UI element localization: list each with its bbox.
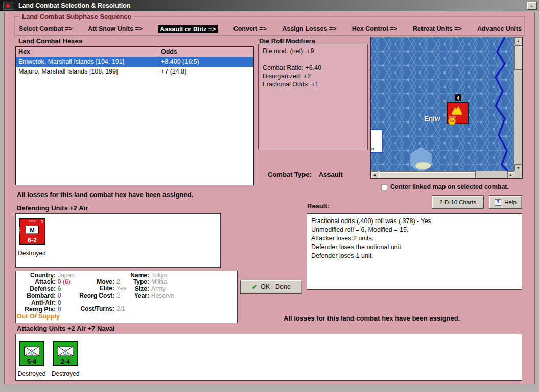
detail-value: Japan (58, 272, 75, 279)
detail-value: 0 (58, 306, 61, 313)
detail-value: Tokyo (151, 272, 167, 279)
step-assault-or-blitz: Assault or Blitz => (158, 25, 218, 33)
scroll-right-button[interactable]: ► (507, 172, 514, 178)
result-title: Result: (307, 202, 330, 210)
scrollbar-corner (514, 171, 522, 178)
center-map-checkbox[interactable] (381, 184, 387, 190)
detail-label: Attack: (17, 279, 56, 285)
defending-unit-counter[interactable]: xxxx R Tokyo M 6-2 (19, 218, 45, 245)
detail-value: Militia (151, 279, 167, 285)
unit-details-col2: Move:2 Elite:Yes Reorg Cost:2 Cost/Turns… (73, 279, 127, 313)
land-combat-hexes-table: Hex Odds Eniwetok, Marshall Islands [104… (15, 46, 254, 185)
vertical-scroll-thumb[interactable] (514, 45, 522, 70)
detail-label: Anti-Air: (17, 300, 56, 306)
step-att-snow-units: Att Snow Units => (88, 25, 143, 33)
step-assign-losses: Assign Losses => (282, 25, 336, 33)
unit-number-marker: 13 (448, 117, 456, 125)
result-line: Defender loses the notional unit. (311, 243, 518, 252)
attacking-units-title: Attacking Units +2 Air +7 Naval (17, 325, 115, 332)
scroll-up-button[interactable]: ▲ (514, 37, 522, 44)
ok-done-button[interactable]: ✔ OK - Done (240, 280, 302, 294)
die-roll-modifiers-panel: Die mod. (net): +9 Combat Ratio: +6.40 D… (258, 44, 368, 150)
attacker-losses-status: All losses for this land combat hex have… (284, 314, 460, 322)
map-viewport[interactable]: Eniw Reser 4 13 is (371, 37, 514, 172)
step-hex-control: Hex Control => (352, 25, 397, 33)
scroll-right-icon: ► (509, 173, 513, 177)
detail-label: Name: (126, 272, 149, 279)
window-title: Land Combat Selection & Resolution (18, 2, 130, 9)
subphase-steps: Select Combat => Att Snow Units => Assau… (19, 25, 522, 33)
scroll-down-icon: ▼ (517, 166, 520, 170)
step-convert: Convert => (233, 25, 267, 33)
subphase-group-caption: Land Combat Subphase Sequence (19, 13, 134, 20)
result-line: Fractional odds (.400) roll was (.378) -… (311, 217, 518, 226)
charts-button[interactable]: 2-D-10 Charts (432, 195, 484, 209)
detail-label: Type: (126, 279, 149, 285)
attacking-unit-counter[interactable]: ⚓ 2-4 (53, 341, 78, 366)
out-of-supply-status: Out Of Supply (17, 313, 60, 320)
center-map-label: Center linked map on selected combat. (390, 183, 509, 190)
marine-symbol-icon: ⚓ (24, 347, 39, 356)
scroll-left-button[interactable]: ◄ (371, 172, 378, 178)
table-row[interactable]: Majuro, Marshall Islands [108, 199] +7 (… (16, 67, 253, 77)
unit-strength: 6-2 (20, 237, 44, 244)
detail-value: 0 (58, 292, 61, 299)
detail-value: 0 (6) (58, 279, 71, 285)
defending-units-title: Defending Units +2 Air (17, 204, 88, 212)
combat-map[interactable]: Eniw Reser 4 13 is ▲ ▼ ◄ ► (370, 37, 523, 179)
unit-corner-letter: R (41, 220, 43, 224)
detail-label: Country: (17, 272, 56, 279)
map-horizontal-scrollbar[interactable]: ◄ ► (371, 171, 514, 178)
horizontal-scroll-thumb[interactable] (379, 172, 476, 178)
result-line: Defender loses 1 unit. (311, 252, 518, 260)
center-map-option: Center linked map on selected combat. (381, 183, 509, 190)
detail-label: Elite: (73, 285, 114, 292)
detail-label: Year: (126, 292, 149, 299)
result-panel: Fractional odds (.400) roll was (.378) -… (307, 213, 522, 290)
result-line: Attacker loses 2 units. (311, 234, 518, 243)
hexes-table-title: Land Combat Hexes (18, 37, 82, 45)
app-icon[interactable] (3, 2, 13, 10)
unit-side-name: Tokyo (18, 227, 21, 233)
detail-value: 6 (58, 286, 61, 292)
step-select-combat: Select Combat => (19, 25, 73, 33)
militia-symbol-icon: M (26, 226, 39, 234)
detail-label: Move: (73, 279, 114, 285)
detail-label: Size: (126, 286, 149, 292)
column-header-hex[interactable]: Hex (16, 47, 158, 57)
odds-cell: +8.400 (16:5) (158, 57, 253, 67)
detail-value: 2/1 (116, 306, 125, 312)
unit-details-col3: Name:Tokyo Type:Militia Size:Army Year:R… (126, 272, 174, 300)
unit-size-marks: xxxx (29, 219, 36, 223)
scroll-left-icon: ◄ (373, 173, 377, 177)
close-button[interactable]: ▪ (527, 2, 537, 10)
step-advance-units: Advance Units (477, 25, 522, 33)
detail-label: Bombard: (17, 292, 56, 299)
column-header-odds[interactable]: Odds (158, 47, 253, 57)
unit-strength: 2-4 (54, 358, 77, 365)
defending-units-panel (15, 213, 221, 268)
stack-count-badge: 4 (455, 94, 461, 101)
table-row[interactable]: Eniwetok, Marshall Islands [104, 191] +8… (16, 57, 253, 67)
marine-symbol-icon: ⚓ (58, 347, 73, 356)
scroll-down-button[interactable]: ▼ (514, 164, 522, 172)
step-retreat-units: Retreat Units => (413, 25, 462, 33)
attacking-unit-counter[interactable]: ⚓ 5-4 (19, 341, 44, 366)
help-icon: ? (495, 199, 501, 206)
hex-cell: Majuro, Marshall Islands [108, 199] (16, 67, 158, 77)
detail-value: 2 (116, 279, 120, 285)
unit-strength: 5-4 (20, 358, 43, 365)
help-button[interactable]: ? Help (489, 195, 522, 209)
title-bar[interactable]: Land Combat Selection & Resolution ▪ (0, 0, 539, 11)
unit-status-label: Destroyed (17, 370, 46, 377)
die-mod-net: Die mod. (net): +9 (263, 47, 363, 55)
detail-label: Cost/Turns: (73, 306, 114, 312)
check-icon: ✔ (252, 283, 257, 291)
table-header: Hex Odds (16, 47, 253, 57)
combat-type-label: Combat Type: (268, 170, 312, 178)
attacking-units-panel (15, 334, 522, 381)
map-vertical-scrollbar[interactable]: ▲ ▼ (514, 37, 522, 172)
detail-value: 2 (116, 292, 120, 299)
detail-value: Army (151, 286, 166, 292)
map-side-label: is (371, 129, 383, 153)
